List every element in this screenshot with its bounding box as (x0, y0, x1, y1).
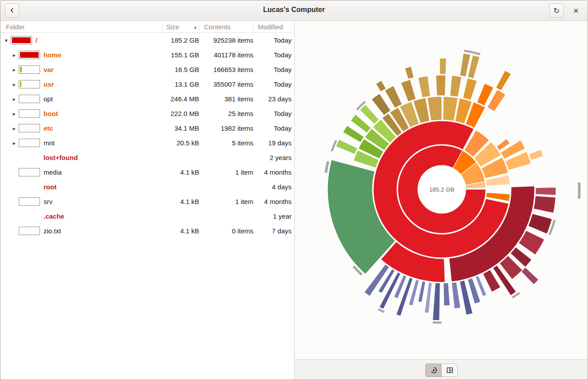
app-window: ‹ Lucas's Computer ↻ × Folder Size ▴ Con… (0, 0, 588, 380)
chart-segment[interactable] (496, 70, 511, 91)
expander-icon[interactable]: ▸ (11, 140, 18, 146)
folder-name: .cache (44, 212, 64, 220)
table-row[interactable]: ▸ mnt 20.5 kB 5 items 19 days (0, 136, 294, 150)
chart-segment[interactable] (336, 139, 358, 154)
chart-segment[interactable] (577, 182, 581, 199)
modified-cell: 2 years (253, 154, 294, 161)
expander-icon[interactable]: ▸ (11, 52, 18, 58)
expander-icon[interactable]: ▾ (3, 37, 10, 44)
folder-cell: media (0, 168, 162, 176)
modified-cell: 23 days (253, 95, 294, 103)
column-header-size[interactable]: Size ▴ (162, 21, 199, 32)
chart-segment[interactable] (521, 267, 539, 284)
contents-cell: 1 item (199, 198, 253, 205)
modified-cell: Today (253, 80, 294, 88)
folder-cell: ▸ boot (0, 109, 162, 118)
chart-segment[interactable] (424, 282, 432, 313)
chart-segment[interactable] (533, 196, 556, 213)
folder-cell: ▸ var (0, 65, 162, 74)
usage-bar (19, 95, 40, 103)
chart-center-label: 185.2 GB (429, 186, 454, 193)
chart-segment[interactable] (418, 76, 431, 98)
chart-segment[interactable] (405, 66, 414, 79)
table-row[interactable]: media 4.1 kB 1 item 4 months (0, 165, 294, 180)
chart-segment[interactable] (440, 58, 446, 74)
folder-name: lost+found (44, 154, 78, 161)
contents-cell: 5 items (199, 139, 253, 147)
chart-segment[interactable] (450, 76, 461, 97)
view-toggle-bar (295, 359, 588, 380)
chart-segment[interactable] (444, 283, 450, 305)
usage-bar (19, 197, 40, 206)
treemap-view-button[interactable] (441, 364, 458, 377)
column-header-folder[interactable]: Folder (0, 23, 162, 31)
table-row[interactable]: .cache 1 year (0, 209, 294, 224)
expander-icon[interactable]: ▸ (11, 67, 18, 73)
chart-segment[interactable] (529, 149, 544, 160)
table-row[interactable]: ▾ / 185.2 GB 925238 items Today (0, 33, 294, 48)
table-row[interactable]: zio.txt 4.1 kB 0 items 7 days (0, 224, 294, 238)
chart-segment[interactable] (396, 277, 412, 316)
folder-name: usr (44, 80, 54, 88)
contents-cell: 0 items (199, 227, 253, 235)
size-cell: 4.1 kB (162, 227, 199, 235)
column-header-modified[interactable]: Modified (253, 21, 294, 32)
expander-icon[interactable]: ▸ (11, 125, 18, 132)
size-cell: 34.1 MB (162, 124, 199, 132)
size-cell: 185.2 GB (162, 36, 199, 44)
chart-segment[interactable] (432, 283, 440, 320)
table-row[interactable]: root 4 days (0, 180, 294, 194)
column-header-contents[interactable]: Contents (199, 21, 253, 32)
expander-icon[interactable]: ▸ (11, 81, 18, 88)
table-row[interactable]: ▸ opt 246.4 MB 381 items 23 days (0, 92, 294, 106)
chart-segment[interactable] (463, 78, 477, 100)
table-row[interactable]: ▸ home 155.1 GB 401178 items Today (0, 48, 294, 62)
folder-name: root (44, 183, 56, 191)
size-cell: 4.1 kB (162, 168, 199, 176)
chart-segment[interactable] (528, 214, 552, 234)
table-row[interactable]: ▸ usr 13.1 GB 355007 items Today (0, 77, 294, 92)
chart-segment[interactable] (418, 281, 425, 302)
treemap-icon (446, 367, 453, 374)
folder-cell: ▸ usr (0, 80, 162, 88)
folder-cell: srv (0, 197, 162, 206)
chart-segment[interactable] (427, 96, 442, 121)
close-icon: × (573, 5, 579, 16)
chart-segment[interactable] (377, 308, 385, 313)
expander-icon[interactable]: ▸ (11, 111, 18, 117)
folder-cell: lost+found (0, 153, 162, 162)
folder-name: zio.txt (44, 227, 61, 235)
expander-icon[interactable]: ▸ (11, 96, 18, 102)
folder-name: opt (44, 95, 53, 103)
table-row[interactable]: lost+found 2 years (0, 150, 294, 165)
size-cell: 4.1 kB (162, 198, 199, 205)
rings-chart-view-button[interactable] (425, 364, 442, 377)
chart-segment[interactable] (432, 321, 442, 324)
folder-cell: ▸ home (0, 51, 162, 59)
size-cell: 222.0 MB (162, 110, 199, 117)
chart-segment[interactable] (536, 188, 556, 196)
folder-cell: ▸ opt (0, 95, 162, 103)
folder-name: etc (44, 124, 53, 132)
chart-segment[interactable] (401, 80, 416, 102)
chart-pane: 185.2 GB (295, 21, 588, 380)
chart-segment[interactable] (385, 86, 402, 108)
close-button[interactable]: × (570, 4, 582, 17)
chart-segment[interactable] (452, 282, 460, 308)
table-row[interactable]: ▸ etc 34.1 MB 1982 items Today (0, 121, 294, 136)
chart-segment[interactable] (436, 75, 446, 96)
contents-cell: 925238 items (199, 36, 253, 44)
chart-center: 185.2 GB (419, 166, 465, 212)
folder-name: srv (44, 198, 52, 205)
chart-segment[interactable] (376, 80, 386, 92)
chart-segment[interactable] (372, 93, 391, 115)
refresh-button[interactable]: ↻ (549, 4, 564, 18)
modified-cell: Today (253, 124, 294, 132)
table-row[interactable]: ▸ boot 222.0 MB 25 items Today (0, 106, 294, 121)
table-row[interactable]: ▸ var 16.5 GB 166653 items Today (0, 62, 294, 77)
contents-cell: 166653 items (199, 66, 253, 73)
table-row[interactable]: srv 4.1 kB 1 item 4 months (0, 194, 294, 209)
contents-cell: 401178 items (199, 51, 253, 59)
usage-bar (19, 80, 40, 88)
column-headers: Folder Size ▴ Contents Modified (0, 21, 294, 33)
